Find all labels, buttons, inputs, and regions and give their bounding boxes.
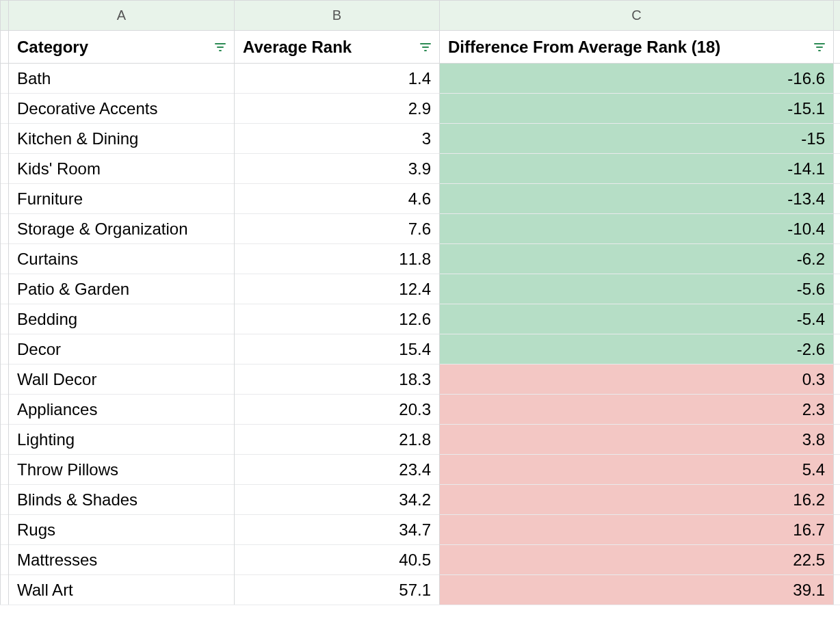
cell-category[interactable]: Rugs: [9, 515, 235, 545]
cell-difference[interactable]: -5.6: [440, 274, 834, 304]
table-row: Mattresses40.522.5: [1, 545, 841, 575]
cell-difference[interactable]: 5.4: [440, 455, 834, 485]
cell-average-rank[interactable]: 15.4: [235, 334, 440, 365]
cell-difference[interactable]: 22.5: [440, 545, 834, 575]
cell-category[interactable]: Appliances: [9, 395, 235, 425]
header-cell-difference[interactable]: Difference From Average Rank (18): [440, 31, 834, 64]
cell-difference[interactable]: -16.6: [440, 64, 834, 94]
table-row: Bedding12.6-5.4: [1, 304, 841, 334]
table-row: Decor15.4-2.6: [1, 334, 841, 365]
cell-category[interactable]: Decor: [9, 334, 235, 365]
row-gutter: [1, 485, 9, 515]
cell-category[interactable]: Patio & Garden: [9, 274, 235, 304]
filter-icon[interactable]: [419, 40, 432, 54]
filter-icon[interactable]: [813, 40, 826, 54]
cell-category[interactable]: Mattresses: [9, 545, 235, 575]
cell-difference[interactable]: -13.4: [440, 184, 834, 214]
row-gutter: [834, 395, 841, 425]
header-cell-category[interactable]: Category: [9, 31, 235, 64]
cell-category[interactable]: Storage & Organization: [9, 214, 235, 244]
select-all-corner[interactable]: [1, 1, 9, 31]
row-gutter: [834, 274, 841, 304]
cell-category[interactable]: Decorative Accents: [9, 94, 235, 124]
row-gutter: [1, 334, 9, 365]
spreadsheet-grid[interactable]: A B C Category Average Rank Difference F…: [0, 0, 840, 605]
table-row: Throw Pillows23.45.4: [1, 455, 841, 485]
cell-category[interactable]: Lighting: [9, 425, 235, 455]
cell-average-rank[interactable]: 57.1: [235, 575, 440, 605]
cell-average-rank[interactable]: 3.9: [235, 154, 440, 184]
cell-average-rank[interactable]: 21.8: [235, 425, 440, 455]
filter-icon[interactable]: [213, 40, 227, 54]
cell-category[interactable]: Kitchen & Dining: [9, 124, 235, 154]
cell-difference[interactable]: -10.4: [440, 214, 834, 244]
cell-difference[interactable]: 0.3: [440, 365, 834, 395]
cell-difference[interactable]: -15: [440, 124, 834, 154]
cell-category[interactable]: Wall Art: [9, 575, 235, 605]
row-gutter: [834, 304, 841, 334]
cell-category[interactable]: Blinds & Shades: [9, 485, 235, 515]
cell-average-rank[interactable]: 4.6: [235, 184, 440, 214]
cell-category[interactable]: Bath: [9, 64, 235, 94]
table-row: Rugs34.716.7: [1, 515, 841, 545]
row-gutter: [834, 455, 841, 485]
cell-category[interactable]: Curtains: [9, 244, 235, 274]
header-label: Category: [17, 38, 88, 56]
cell-average-rank[interactable]: 12.6: [235, 304, 440, 334]
cell-difference[interactable]: 3.8: [440, 425, 834, 455]
table-row: Kids' Room3.9-14.1: [1, 154, 841, 184]
cell-average-rank[interactable]: 2.9: [235, 94, 440, 124]
cell-difference[interactable]: -5.4: [440, 304, 834, 334]
header-label: Difference From Average Rank (18): [448, 38, 720, 56]
row-gutter: [834, 184, 841, 214]
cell-difference[interactable]: -6.2: [440, 244, 834, 274]
column-header-a[interactable]: A: [9, 1, 235, 31]
table-header-row: Category Average Rank Difference From Av…: [1, 31, 841, 64]
row-gutter: [834, 515, 841, 545]
cell-difference[interactable]: 2.3: [440, 395, 834, 425]
header-cell-average-rank[interactable]: Average Rank: [235, 31, 440, 64]
table-row: Curtains11.8-6.2: [1, 244, 841, 274]
cell-difference[interactable]: -15.1: [440, 94, 834, 124]
cell-average-rank[interactable]: 34.2: [235, 485, 440, 515]
cell-category[interactable]: Wall Decor: [9, 365, 235, 395]
table-row: Furniture4.6-13.4: [1, 184, 841, 214]
cell-category[interactable]: Furniture: [9, 184, 235, 214]
header-label: Average Rank: [243, 38, 352, 56]
cell-difference[interactable]: 16.2: [440, 485, 834, 515]
row-gutter: [1, 184, 9, 214]
row-gutter: [834, 365, 841, 395]
row-gutter: [834, 94, 841, 124]
row-gutter: [834, 425, 841, 455]
row-gutter: [1, 425, 9, 455]
column-header-c[interactable]: C: [440, 1, 834, 31]
cell-average-rank[interactable]: 3: [235, 124, 440, 154]
cell-average-rank[interactable]: 40.5: [235, 545, 440, 575]
cell-difference[interactable]: 16.7: [440, 515, 834, 545]
cell-difference[interactable]: -14.1: [440, 154, 834, 184]
row-gutter: [1, 124, 9, 154]
cell-category[interactable]: Kids' Room: [9, 154, 235, 184]
cell-category[interactable]: Throw Pillows: [9, 455, 235, 485]
cell-average-rank[interactable]: 23.4: [235, 455, 440, 485]
cell-average-rank[interactable]: 18.3: [235, 365, 440, 395]
cell-difference[interactable]: 39.1: [440, 575, 834, 605]
row-gutter: [1, 244, 9, 274]
cell-average-rank[interactable]: 34.7: [235, 515, 440, 545]
cell-average-rank[interactable]: 12.4: [235, 274, 440, 304]
row-gutter: [1, 365, 9, 395]
column-header-b[interactable]: B: [235, 1, 440, 31]
table-row: Kitchen & Dining3-15: [1, 124, 841, 154]
row-gutter: [834, 575, 841, 605]
cell-average-rank[interactable]: 11.8: [235, 244, 440, 274]
row-gutter: [1, 455, 9, 485]
table-row: Decorative Accents2.9-15.1: [1, 94, 841, 124]
cell-average-rank[interactable]: 1.4: [235, 64, 440, 94]
row-gutter: [834, 154, 841, 184]
cell-average-rank[interactable]: 7.6: [235, 214, 440, 244]
cell-average-rank[interactable]: 20.3: [235, 395, 440, 425]
table-row: Patio & Garden12.4-5.6: [1, 274, 841, 304]
cell-category[interactable]: Bedding: [9, 304, 235, 334]
row-gutter: [1, 154, 9, 184]
cell-difference[interactable]: -2.6: [440, 334, 834, 365]
